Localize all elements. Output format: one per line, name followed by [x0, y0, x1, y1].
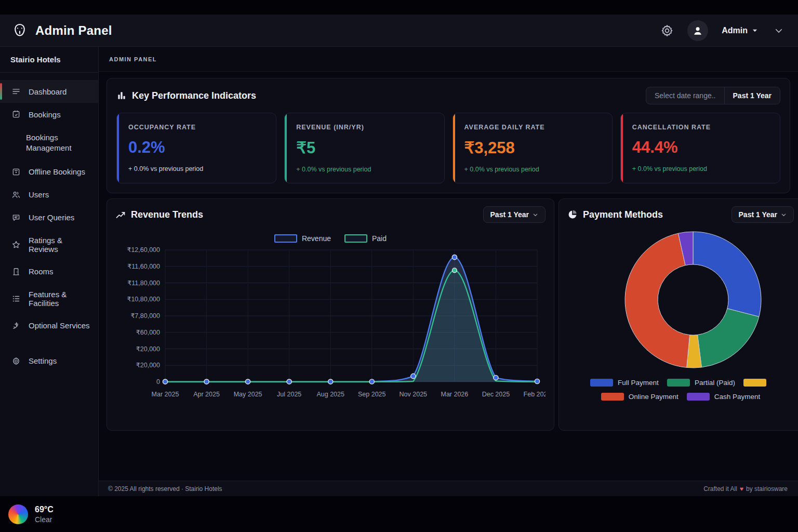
payment-donut-chart: [567, 223, 794, 375]
payment-methods-panel: Payment Methods Past 1 Year Full Payment…: [558, 198, 798, 431]
date-range-value-button[interactable]: Past 1 Year: [724, 87, 780, 104]
sidebar-item-features-facilities[interactable]: Features & Facilities: [0, 283, 98, 314]
bookings-icon: [11, 110, 21, 119]
top-black-strip: [0, 0, 798, 15]
kpi-card-value: ₹5: [296, 138, 433, 157]
kpi-card-label: OCCUPANCY RATE: [128, 124, 265, 131]
legend-label: Full Payment: [618, 379, 659, 387]
sidebar-item-label: Features & Facilities: [29, 290, 93, 308]
svg-text:₹12,60,000: ₹12,60,000: [127, 246, 160, 254]
sidebar-item-offline-bookings[interactable]: Offline Bookings: [0, 161, 98, 183]
settings-icon: [11, 356, 21, 366]
payment-legend-item-cash-payment[interactable]: Cash Payment: [687, 393, 761, 401]
payment-methods-title: Payment Methods: [583, 209, 663, 220]
page-title: Admin Panel: [35, 23, 112, 38]
date-range-input[interactable]: Select date range..: [646, 91, 724, 100]
kpi-card-label: AVERAGE DAILY RATE: [464, 124, 602, 131]
payment-range-value: Past 1 Year: [739, 210, 777, 219]
payment-range-button[interactable]: Past 1 Year: [732, 206, 794, 223]
sidebar-item-bookings[interactable]: Bookings: [0, 103, 98, 126]
payment-legend-item-partial-paid[interactable]: Partial (Paid): [667, 379, 735, 387]
svg-text:₹10,80,000: ₹10,80,000: [127, 296, 160, 303]
legend-item-revenue[interactable]: Revenue: [274, 234, 331, 243]
sidebar-item-label: Offline Bookings: [29, 167, 85, 176]
sidebar-item-optional-services[interactable]: Optional Services: [0, 314, 98, 337]
svg-text:Sep 2025: Sep 2025: [358, 391, 386, 398]
legend-swatch: [601, 393, 624, 401]
revenue-range-button[interactable]: Past 1 Year: [483, 206, 546, 223]
kpi-panel: Key Performance Indicators Select date r…: [107, 78, 790, 193]
svg-text:Jul 2025: Jul 2025: [277, 391, 301, 398]
kpi-card-delta: + 0.0% vs previous period: [296, 166, 433, 173]
kpi-card-delta: + 0.0% vs previous period: [464, 166, 602, 173]
weather-icon: [8, 504, 28, 524]
header-chevron-down-icon[interactable]: [774, 26, 783, 35]
dashboard-icon: [11, 87, 21, 96]
kpi-card-label: REVENUE (INR/YR): [296, 124, 433, 131]
kpi-card-value: 0.2%: [128, 138, 265, 157]
legend-swatch: [344, 234, 367, 243]
settings-gear-icon[interactable]: [660, 24, 674, 37]
user-caret-icon: [751, 27, 759, 34]
svg-text:Nov 2025: Nov 2025: [400, 391, 428, 398]
legend-swatch: [590, 379, 613, 387]
sidebar-item-settings[interactable]: Settings: [0, 350, 98, 373]
legend-item-paid[interactable]: Paid: [344, 234, 387, 243]
sidebar: Stairio Hotels DashboardBookingsBookings…: [0, 47, 99, 496]
legend-label: Online Payment: [629, 393, 679, 401]
sidebar-item-rooms[interactable]: Rooms: [0, 260, 98, 283]
bottom-strip: 69°C Clear: [0, 496, 798, 532]
copyright-text: © 2025 All rights reserved · Stairio Hot…: [108, 485, 222, 493]
footer: © 2025 All rights reserved · Stairio Hot…: [99, 481, 798, 496]
legend-label: Revenue: [302, 234, 331, 243]
payment-legend-item-online-payment[interactable]: Online Payment: [601, 393, 679, 401]
breadcrumb-bar: ADMIN PANEL: [99, 47, 798, 72]
pie-chart-icon: [567, 209, 578, 220]
background-stars: [99, 72, 100, 73]
svg-text:Mar 2025: Mar 2025: [152, 391, 179, 398]
heart-icon: ♥: [740, 485, 743, 493]
chevron-down-icon: [533, 212, 538, 218]
kpi-card-value: 44.4%: [632, 138, 769, 157]
payment-legend-item-full-payment[interactable]: Full Payment: [590, 379, 659, 387]
svg-text:Dec 2025: Dec 2025: [482, 391, 510, 398]
sidebar-item-users[interactable]: Users: [0, 183, 98, 206]
features-icon: [11, 294, 21, 303]
date-range-control: Select date range.. Past 1 Year: [646, 87, 780, 104]
sidebar-item-label: Rooms: [29, 267, 54, 276]
sidebar-item-dashboard[interactable]: Dashboard: [0, 80, 98, 103]
user-menu[interactable]: Admin: [722, 26, 759, 35]
svg-text:₹11,80,000: ₹11,80,000: [127, 280, 160, 287]
line-chart-icon: [115, 209, 126, 220]
credit-suffix: by stairiosware: [746, 485, 788, 493]
chevron-down-icon: [781, 212, 787, 218]
sidebar-item-label: Bookings Management: [26, 132, 93, 154]
svg-text:₹20,000: ₹20,000: [136, 345, 160, 353]
main-content: Key Performance Indicators Select date r…: [99, 72, 798, 481]
revenue-range-value: Past 1 Year: [490, 210, 529, 219]
payment-legend-item-unlabeled[interactable]: [743, 379, 771, 387]
app-logo-icon: [11, 22, 28, 39]
svg-text:Apr 2025: Apr 2025: [193, 391, 220, 398]
user-queries-icon: [11, 213, 21, 222]
legend-swatch: [687, 393, 710, 401]
svg-text:0: 0: [156, 378, 160, 385]
sidebar-item-user-queries[interactable]: User Queries: [0, 206, 98, 229]
legend-label: Paid: [372, 234, 387, 243]
user-avatar[interactable]: [687, 20, 708, 41]
sidebar-item-bookings-management[interactable]: Bookings Management: [0, 126, 98, 161]
revenue-line-chart: ₹12,60,000₹11,60,000₹11,80,000₹10,80,000…: [115, 243, 546, 414]
kpi-card-value: ₹3,258: [464, 138, 602, 157]
payment-legend: Full PaymentPartial (Paid)Online Payment…: [567, 379, 794, 401]
weather-condition: Clear: [35, 515, 54, 524]
legend-swatch: [743, 379, 766, 387]
sidebar-nav: DashboardBookingsBookings ManagementOffl…: [0, 73, 98, 373]
revenue-trends-panel: Revenue Trends Past 1 Year RevenuePaid ₹…: [107, 198, 554, 431]
sidebar-item-label: Bookings: [29, 110, 61, 119]
kpi-card-revenue-inr-yr: REVENUE (INR/YR)₹5+ 0.0% vs previous per…: [284, 113, 444, 183]
legend-swatch: [274, 234, 297, 243]
sidebar-item-ratings-reviews[interactable]: Ratings & Reviews: [0, 229, 98, 260]
ratings-icon: [11, 240, 21, 249]
kpi-card-delta: + 0.0% vs previous period: [632, 165, 769, 172]
user-name: Admin: [722, 26, 748, 35]
